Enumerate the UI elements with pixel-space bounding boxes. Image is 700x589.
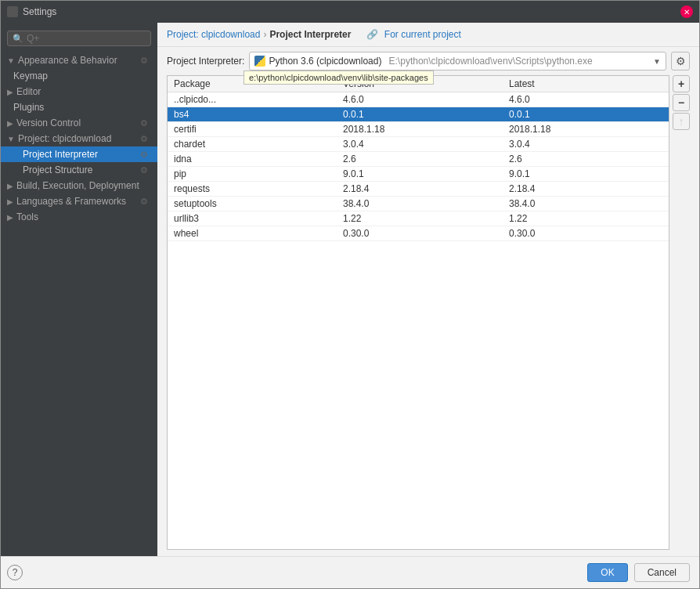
pkg-package: certifi [168,122,337,137]
pkg-package: bs4 [168,107,337,122]
packages-table: Package Version Latest ..clpicdo... [168,76,669,241]
ok-button[interactable]: OK [587,563,627,582]
search-icon: 🔍 [13,34,23,44]
pkg-version: 4.6.0 [337,92,503,107]
gear-icon: ⚙ [140,56,148,66]
pkg-latest: 4.6.0 [503,92,669,107]
python-icon [254,56,265,67]
sidebar-item-build[interactable]: ▶Build, Execution, Deployment [1,178,157,193]
titlebar: Settings ✕ [1,1,699,23]
sidebar-item-plugins[interactable]: Plugins [1,99,157,115]
pkg-version: 2018.1.18 [337,122,503,137]
pkg-version: 0.30.0 [337,226,503,241]
pkg-latest: 2.6 [503,152,669,167]
pkg-latest: 38.4.0 [503,197,669,211]
expand-icon4: ▼ [7,135,15,143]
sidebar-item-keymap[interactable]: Keymap [1,68,157,84]
pkg-latest: 0.30.0 [503,226,669,241]
pkg-version: 0.0.1 [337,107,503,122]
gear-icon6: ⚙ [140,197,148,207]
sidebar-item-project-interpreter[interactable]: Project Interpreter ⚙ [1,146,157,162]
pkg-latest: 9.0.1 [503,167,669,182]
gear-icon2: ⚙ [140,118,148,128]
interpreter-label: Project Interpreter: [167,56,244,67]
breadcrumb-current: Project Interpreter [269,29,351,40]
sidebar-item-project[interactable]: ▼Project: clpicdownload ⚙ [1,131,157,146]
table-row[interactable]: pip9.0.19.0.1 [168,167,669,182]
link-icon: 🔗 [366,29,378,40]
pkg-latest: 3.0.4 [503,137,669,152]
col-latest[interactable]: Latest [503,76,669,92]
pkg-version: 1.22 [337,211,503,226]
interpreter-gear-button[interactable]: ⚙ [671,52,690,70]
footer: OK Cancel [1,556,699,588]
pkg-version: 2.6 [337,152,503,167]
interpreter-tooltip: e:\python\clpicdownload\venv\lib\site-pa… [244,70,434,85]
packages-table-wrapper[interactable]: Package Version Latest ..clpicdo... [167,75,669,550]
expand-icon6: ▶ [7,197,13,206]
help-button[interactable]: ? [7,565,23,580]
table-row[interactable]: wheel0.30.00.30.0 [168,226,669,241]
interpreter-row: Project Interpreter: Python 3.6 (clpicdo… [157,47,699,75]
expand-icon3: ▶ [7,119,13,128]
sidebar-item-tools[interactable]: ▶Tools [1,209,157,225]
pkg-package: setuptools [168,197,337,211]
upgrade-package-button[interactable]: ↑ [673,113,690,130]
breadcrumb-link[interactable]: 🔗 For current project [366,29,460,40]
cancel-button[interactable]: Cancel [634,563,690,582]
gear-icon3: ⚙ [140,134,148,144]
search-input[interactable] [27,33,146,44]
interpreter-select[interactable]: Python 3.6 (clpicdownload) E:\python\clp… [249,52,666,70]
close-button[interactable]: ✕ [680,5,693,18]
expand-icon7: ▶ [7,213,13,222]
sidebar-item-languages[interactable]: ▶Languages & Frameworks ⚙ [1,193,157,209]
pkg-latest: 1.22 [503,211,669,226]
settings-window: Settings ✕ 🔍 ▼Appearance & Behavior ⚙ Ke… [0,0,700,589]
dropdown-icon: ▼ [653,57,661,66]
table-row[interactable]: certifi2018.1.182018.1.18 [168,122,669,137]
sidebar-item-version-control[interactable]: ▶Version Control ⚙ [1,115,157,131]
table-row[interactable]: urllib31.221.22 [168,211,669,226]
pkg-version: 9.0.1 [337,167,503,182]
expand-icon5: ▶ [7,182,13,190]
table-buttons: + − ↑ [669,75,690,550]
titlebar-left: Settings [7,6,56,17]
table-row-area: Package Version Latest ..clpicdo... [167,75,690,550]
breadcrumb-project[interactable]: Project: clpicdownload [167,29,260,40]
sidebar-item-appearance[interactable]: ▼Appearance & Behavior ⚙ [1,52,157,68]
add-package-button[interactable]: + [673,75,690,92]
app-icon [7,6,18,17]
table-row[interactable]: bs40.0.10.0.1 [168,107,669,122]
expand-icon: ▼ [7,56,15,65]
pkg-package: wheel [168,226,337,241]
pkg-latest: 0.0.1 [503,107,669,122]
pkg-package: requests [168,182,337,197]
table-area: Package Version Latest ..clpicdo... [157,75,699,556]
table-row[interactable]: idna2.62.6 [168,152,669,167]
interpreter-name: Python 3.6 (clpicdownload) E:\python\clp… [269,56,650,67]
search-box[interactable]: 🔍 [7,31,151,46]
expand-icon2: ▶ [7,88,13,96]
main-content: 🔍 ▼Appearance & Behavior ⚙ Keymap ▶Edito… [1,23,699,556]
main-panel: Project: clpicdownload › Project Interpr… [157,23,699,556]
pkg-version: 2.18.4 [337,182,503,197]
breadcrumb: Project: clpicdownload › Project Interpr… [157,23,699,47]
gear-icon4: ⚙ [140,150,148,160]
gear-icon5: ⚙ [140,165,148,175]
table-row[interactable]: chardet3.0.43.0.4 [168,137,669,152]
sidebar-item-editor[interactable]: ▶Editor [1,84,157,99]
table-row[interactable]: ..clpicdo... 4.6.0 4.6.0 [168,92,669,107]
sidebar-item-project-structure[interactable]: Project Structure ⚙ [1,162,157,178]
table-row[interactable]: requests2.18.42.18.4 [168,182,669,197]
sidebar: 🔍 ▼Appearance & Behavior ⚙ Keymap ▶Edito… [1,23,157,556]
pkg-package: idna [168,152,337,167]
pkg-version: 3.0.4 [337,137,503,152]
pkg-latest: 2018.1.18 [503,122,669,137]
remove-package-button[interactable]: − [673,94,690,111]
pkg-version: 38.4.0 [337,197,503,211]
titlebar-title: Settings [23,6,56,17]
titlebar-controls: ✕ [680,5,693,18]
pkg-package: pip [168,167,337,182]
table-outer: Package Version Latest ..clpicdo... [167,75,690,550]
table-row[interactable]: setuptools38.4.038.4.0 [168,197,669,211]
